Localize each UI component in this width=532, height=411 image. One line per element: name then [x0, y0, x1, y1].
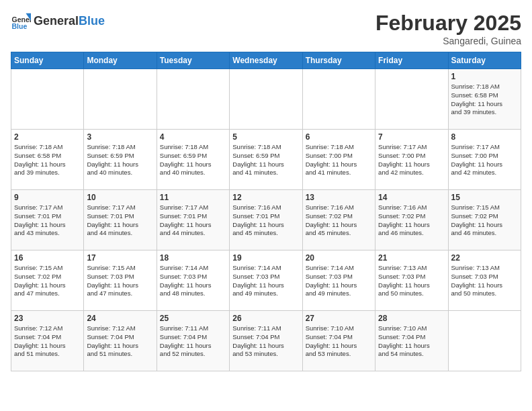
- title-block: February 2025 Sangaredi, Guinea: [375, 11, 521, 46]
- day-number: 1: [451, 72, 518, 81]
- day-info: Sunrise: 7:18 AM Sunset: 7:00 PM Dayligh…: [306, 143, 372, 177]
- table-row: 22Sunrise: 7:13 AM Sunset: 7:03 PM Dayli…: [448, 250, 521, 311]
- day-info: Sunrise: 7:16 AM Sunset: 7:02 PM Dayligh…: [378, 203, 445, 238]
- day-info: Sunrise: 7:12 AM Sunset: 7:04 PM Dayligh…: [14, 324, 81, 359]
- subtitle: Sangaredi, Guinea: [375, 36, 521, 46]
- calendar-header-row: Sunday Monday Tuesday Wednesday Thursday…: [11, 52, 521, 69]
- day-info: Sunrise: 7:18 AM Sunset: 6:58 PM Dayligh…: [451, 83, 518, 117]
- day-info: Sunrise: 7:16 AM Sunset: 7:01 PM Dayligh…: [232, 203, 299, 238]
- day-number: 14: [378, 193, 445, 202]
- day-info: Sunrise: 7:15 AM Sunset: 7:02 PM Dayligh…: [451, 203, 518, 238]
- col-friday: Friday: [375, 52, 448, 69]
- table-row: 9Sunrise: 7:17 AM Sunset: 7:01 PM Daylig…: [11, 190, 84, 250]
- day-number: 17: [87, 253, 153, 263]
- day-info: Sunrise: 7:17 AM Sunset: 7:00 PM Dayligh…: [451, 143, 518, 177]
- table-row: 25Sunrise: 7:11 AM Sunset: 7:04 PM Dayli…: [157, 311, 229, 371]
- day-number: 11: [160, 193, 226, 202]
- table-row: 21Sunrise: 7:13 AM Sunset: 7:03 PM Dayli…: [375, 250, 448, 311]
- day-info: Sunrise: 7:18 AM Sunset: 6:59 PM Dayligh…: [232, 143, 299, 177]
- col-wednesday: Wednesday: [230, 52, 302, 69]
- day-number: 13: [306, 193, 372, 202]
- day-info: Sunrise: 7:17 AM Sunset: 7:01 PM Dayligh…: [87, 203, 153, 238]
- table-row: [448, 311, 521, 371]
- table-row: [84, 69, 157, 130]
- page-header: General Blue General Blue February 2025 …: [11, 11, 521, 46]
- table-row: 5Sunrise: 7:18 AM Sunset: 6:59 PM Daylig…: [230, 130, 302, 190]
- table-row: 20Sunrise: 7:14 AM Sunset: 7:03 PM Dayli…: [302, 250, 375, 311]
- table-row: 8Sunrise: 7:17 AM Sunset: 7:00 PM Daylig…: [448, 130, 521, 190]
- day-number: 5: [232, 132, 299, 142]
- day-number: 10: [87, 193, 153, 202]
- day-number: 24: [87, 314, 153, 323]
- day-number: 4: [160, 132, 226, 142]
- day-info: Sunrise: 7:18 AM Sunset: 6:59 PM Dayligh…: [87, 143, 153, 177]
- table-row: 13Sunrise: 7:16 AM Sunset: 7:02 PM Dayli…: [302, 190, 375, 250]
- day-info: Sunrise: 7:14 AM Sunset: 7:03 PM Dayligh…: [160, 264, 226, 298]
- col-tuesday: Tuesday: [157, 52, 229, 69]
- table-row: [230, 69, 302, 130]
- table-row: 12Sunrise: 7:16 AM Sunset: 7:01 PM Dayli…: [230, 190, 302, 250]
- svg-text:Blue: Blue: [12, 22, 28, 30]
- table-row: 27Sunrise: 7:10 AM Sunset: 7:04 PM Dayli…: [302, 311, 375, 371]
- day-number: 22: [451, 253, 518, 263]
- day-info: Sunrise: 7:12 AM Sunset: 7:04 PM Dayligh…: [87, 324, 153, 359]
- logo-blue-text: Blue: [79, 14, 105, 28]
- day-number: 6: [306, 132, 372, 142]
- day-number: 8: [451, 132, 518, 142]
- day-info: Sunrise: 7:13 AM Sunset: 7:03 PM Dayligh…: [378, 264, 445, 298]
- day-number: 26: [232, 314, 299, 323]
- table-row: 16Sunrise: 7:15 AM Sunset: 7:02 PM Dayli…: [11, 250, 84, 311]
- day-info: Sunrise: 7:11 AM Sunset: 7:04 PM Dayligh…: [160, 324, 226, 359]
- table-row: 10Sunrise: 7:17 AM Sunset: 7:01 PM Dayli…: [84, 190, 157, 250]
- table-row: 23Sunrise: 7:12 AM Sunset: 7:04 PM Dayli…: [11, 311, 84, 371]
- col-thursday: Thursday: [302, 52, 375, 69]
- day-number: 18: [160, 253, 226, 263]
- col-sunday: Sunday: [11, 52, 84, 69]
- calendar-week-row: 1Sunrise: 7:18 AM Sunset: 6:58 PM Daylig…: [11, 69, 521, 130]
- day-number: 3: [87, 132, 153, 142]
- day-info: Sunrise: 7:15 AM Sunset: 7:03 PM Dayligh…: [87, 264, 153, 298]
- day-info: Sunrise: 7:10 AM Sunset: 7:04 PM Dayligh…: [378, 324, 445, 359]
- day-info: Sunrise: 7:11 AM Sunset: 7:04 PM Dayligh…: [232, 324, 299, 359]
- calendar-week-row: 2Sunrise: 7:18 AM Sunset: 6:58 PM Daylig…: [11, 130, 521, 190]
- calendar-week-row: 16Sunrise: 7:15 AM Sunset: 7:02 PM Dayli…: [11, 250, 521, 311]
- table-row: 14Sunrise: 7:16 AM Sunset: 7:02 PM Dayli…: [375, 190, 448, 250]
- table-row: [375, 69, 448, 130]
- table-row: 4Sunrise: 7:18 AM Sunset: 6:59 PM Daylig…: [157, 130, 229, 190]
- table-row: 17Sunrise: 7:15 AM Sunset: 7:03 PM Dayli…: [84, 250, 157, 311]
- day-info: Sunrise: 7:18 AM Sunset: 6:59 PM Dayligh…: [160, 143, 226, 177]
- day-info: Sunrise: 7:18 AM Sunset: 6:58 PM Dayligh…: [14, 143, 81, 177]
- table-row: 18Sunrise: 7:14 AM Sunset: 7:03 PM Dayli…: [157, 250, 229, 311]
- table-row: 6Sunrise: 7:18 AM Sunset: 7:00 PM Daylig…: [302, 130, 375, 190]
- day-info: Sunrise: 7:16 AM Sunset: 7:02 PM Dayligh…: [306, 203, 372, 238]
- table-row: 15Sunrise: 7:15 AM Sunset: 7:02 PM Dayli…: [448, 190, 521, 250]
- day-number: 2: [14, 132, 81, 142]
- table-row: 11Sunrise: 7:17 AM Sunset: 7:01 PM Dayli…: [157, 190, 229, 250]
- day-info: Sunrise: 7:17 AM Sunset: 7:00 PM Dayligh…: [378, 143, 445, 177]
- day-number: 7: [378, 132, 445, 142]
- col-saturday: Saturday: [448, 52, 521, 69]
- table-row: [11, 69, 84, 130]
- day-number: 27: [306, 314, 372, 323]
- day-info: Sunrise: 7:14 AM Sunset: 7:03 PM Dayligh…: [306, 264, 372, 298]
- calendar-week-row: 9Sunrise: 7:17 AM Sunset: 7:01 PM Daylig…: [11, 190, 521, 250]
- table-row: 3Sunrise: 7:18 AM Sunset: 6:59 PM Daylig…: [84, 130, 157, 190]
- logo-icon: General Blue: [11, 11, 31, 31]
- table-row: 26Sunrise: 7:11 AM Sunset: 7:04 PM Dayli…: [230, 311, 302, 371]
- day-number: 21: [378, 253, 445, 263]
- day-number: 16: [14, 253, 81, 263]
- day-number: 19: [232, 253, 299, 263]
- day-info: Sunrise: 7:17 AM Sunset: 7:01 PM Dayligh…: [14, 203, 81, 238]
- day-info: Sunrise: 7:17 AM Sunset: 7:01 PM Dayligh…: [160, 203, 226, 238]
- table-row: [157, 69, 229, 130]
- table-row: [302, 69, 375, 130]
- day-number: 15: [451, 193, 518, 202]
- logo-general-text: General: [34, 14, 79, 28]
- day-info: Sunrise: 7:13 AM Sunset: 7:03 PM Dayligh…: [451, 264, 518, 298]
- day-number: 12: [232, 193, 299, 202]
- col-monday: Monday: [84, 52, 157, 69]
- day-number: 9: [14, 193, 81, 202]
- calendar-table: Sunday Monday Tuesday Wednesday Thursday…: [11, 52, 521, 371]
- day-info: Sunrise: 7:15 AM Sunset: 7:02 PM Dayligh…: [14, 264, 81, 298]
- table-row: 28Sunrise: 7:10 AM Sunset: 7:04 PM Dayli…: [375, 311, 448, 371]
